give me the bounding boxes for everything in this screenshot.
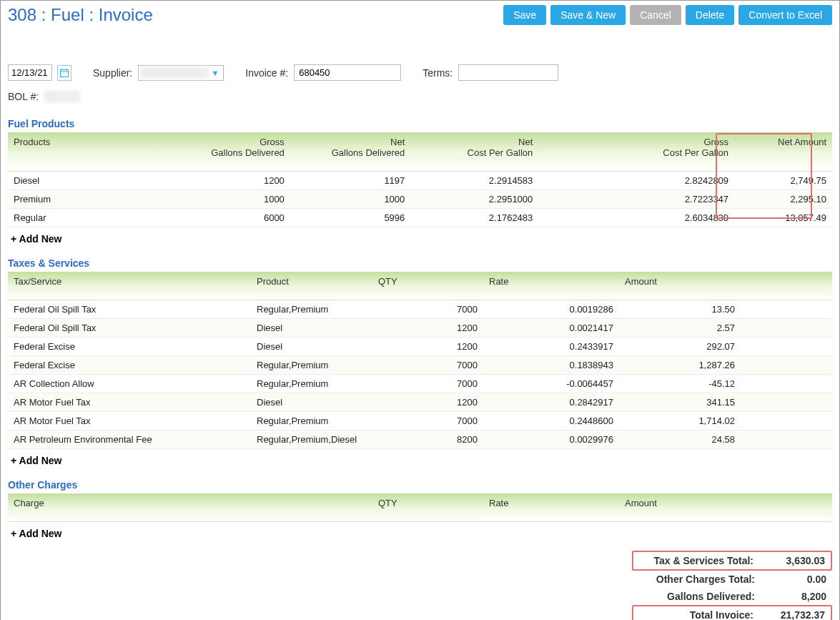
table-row[interactable]: AR Petroleum Environmental FeeRegular,Pr… [8, 430, 832, 449]
gallons-label: Gallons Delivered: [638, 591, 762, 602]
col-products[interactable]: Products [8, 132, 159, 172]
other-total-label: Other Charges Total: [638, 574, 762, 585]
invoice-number-input[interactable] [294, 64, 401, 81]
col-tax-service[interactable]: Tax/Service [8, 272, 251, 300]
delete-button[interactable]: Delete [686, 5, 734, 25]
add-charge-button[interactable]: + Add New [8, 522, 832, 546]
supplier-label: Supplier: [93, 67, 132, 79]
supplier-value-redacted [140, 67, 209, 79]
col-charge[interactable]: Charge [8, 493, 372, 522]
cancel-button[interactable]: Cancel [630, 5, 681, 25]
gallons-value: 8,200 [762, 591, 826, 602]
fuel-products-title: Fuel Products [8, 118, 832, 129]
toolbar: Save Save & New Cancel Delete Convert to… [503, 5, 832, 25]
taxes-services-title: Taxes & Services [8, 257, 832, 269]
total-invoice-label: Total Invoice: [639, 609, 761, 620]
add-fuel-product-button[interactable]: + Add New [8, 227, 832, 252]
chevron-down-icon: ▼ [211, 69, 219, 77]
tax-services-total-row: Tax & Services Total: 3,630.03 [632, 551, 832, 571]
tax-total-value: 3,630.03 [761, 555, 825, 566]
table-row[interactable]: Diesel 1200 1197 2.2914583 2.8242809 2,7… [8, 172, 832, 190]
col-gross-cpg[interactable]: GrossCost Per Gallon [538, 132, 734, 172]
table-row[interactable]: Federal ExciseRegular,Premium70000.18389… [8, 356, 832, 375]
terms-input[interactable] [458, 64, 558, 81]
bol-label: BOL #: [8, 91, 39, 102]
terms-label: Terms: [423, 67, 453, 79]
col-charge-amount[interactable]: Amount [619, 493, 832, 522]
table-row[interactable]: Regular 6000 5996 2.1762483 2.6034830 13… [8, 209, 832, 227]
col-net-cpg[interactable]: NetCost Per Gallon [410, 132, 538, 172]
gallons-delivered-row: Gallons Delivered: 8,200 [632, 588, 832, 605]
add-tax-service-button[interactable]: + Add New [8, 449, 832, 473]
col-charge-qty[interactable]: QTY [372, 493, 483, 522]
bol-value-redacted [44, 91, 80, 102]
col-tax-product[interactable]: Product [251, 272, 372, 300]
invoice-label: Invoice #: [245, 67, 288, 79]
other-total-value: 0.00 [762, 574, 826, 585]
col-tax-qty[interactable]: QTY [372, 272, 483, 300]
table-row[interactable]: Federal Oil Spill TaxRegular,Premium7000… [8, 300, 832, 319]
date-input[interactable] [8, 64, 52, 81]
other-charges-table: Charge QTY Rate Amount [8, 493, 832, 522]
other-charges-title: Other Charges [8, 479, 832, 491]
table-row[interactable]: AR Collection AllowRegular,Premium7000-0… [8, 375, 832, 393]
taxes-services-table: Tax/Service Product QTY Rate Amount Fede… [8, 272, 832, 449]
col-net-gallons[interactable]: NetGallons Delivered [290, 132, 410, 172]
table-row[interactable]: AR Motor Fuel TaxRegular,Premium70000.24… [8, 412, 832, 430]
col-net-amount[interactable]: Net Amount [734, 132, 832, 172]
col-charge-rate[interactable]: Rate [483, 493, 619, 522]
supplier-select[interactable]: ▼ [138, 65, 224, 81]
total-invoice-value: 21,732.37 [761, 609, 825, 620]
total-invoice-row: Total Invoice: 21,732.37 [632, 605, 832, 620]
col-gross-gallons[interactable]: GrossGallons Delivered [159, 132, 290, 172]
col-tax-rate[interactable]: Rate [483, 272, 619, 300]
save-new-button[interactable]: Save & New [550, 5, 626, 25]
svg-rect-0 [61, 69, 69, 77]
table-row[interactable]: Federal ExciseDiesel12000.2433917292.07 [8, 338, 832, 356]
other-charges-total-row: Other Charges Total: 0.00 [632, 571, 832, 588]
tax-total-label: Tax & Services Total: [639, 555, 761, 566]
col-tax-amount[interactable]: Amount [619, 272, 741, 300]
table-row[interactable]: Federal Oil Spill TaxDiesel12000.0021417… [8, 319, 832, 338]
table-row[interactable]: Premium 1000 1000 2.2951000 2.7223347 2,… [8, 190, 832, 209]
fuel-products-table: Products GrossGallons Delivered NetGallo… [8, 132, 832, 227]
calendar-icon[interactable] [57, 65, 71, 81]
table-row[interactable]: AR Motor Fuel TaxDiesel12000.2842917341.… [8, 393, 832, 412]
save-button[interactable]: Save [503, 5, 546, 25]
page-title: 308 : Fuel : Invoice [8, 5, 153, 25]
convert-excel-button[interactable]: Convert to Excel [738, 5, 832, 25]
